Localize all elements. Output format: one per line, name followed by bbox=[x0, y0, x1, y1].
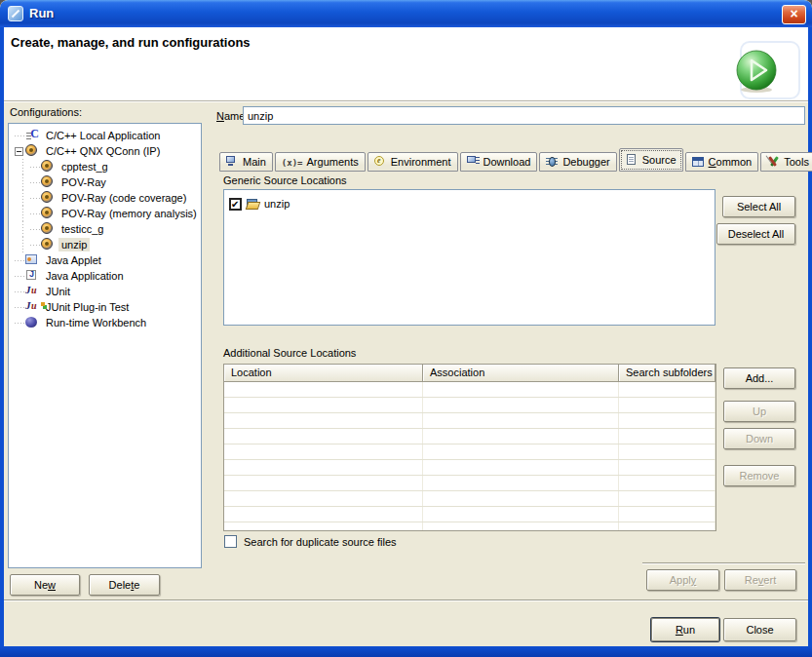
name-input[interactable] bbox=[243, 106, 805, 125]
tree-item-run-time-workbench[interactable]: Run-time Workbench bbox=[9, 315, 201, 330]
table-row[interactable] bbox=[224, 444, 715, 460]
remove-button[interactable]: Remove bbox=[723, 465, 795, 486]
close-icon: × bbox=[790, 6, 797, 21]
tree-connector bbox=[30, 198, 40, 199]
table-cell bbox=[423, 460, 619, 475]
qnx-gear-icon bbox=[41, 238, 55, 251]
apply-button[interactable]: Apply bbox=[646, 569, 719, 591]
new-button[interactable]: New bbox=[10, 574, 80, 596]
table-cell bbox=[619, 429, 715, 444]
table-row[interactable] bbox=[224, 476, 715, 491]
qnx-gear-icon bbox=[41, 207, 55, 220]
tree-indent bbox=[9, 221, 30, 237]
column-header-location[interactable]: Location bbox=[224, 365, 423, 382]
run-button[interactable]: Run bbox=[651, 618, 719, 641]
tree-item-label: C/C++ QNX QConn (IP) bbox=[43, 144, 163, 158]
tab-download[interactable]: Download bbox=[460, 152, 538, 172]
tab-source[interactable]: Source bbox=[619, 148, 683, 172]
additional-source-table[interactable]: LocationAssociationSearch subfolders bbox=[223, 364, 716, 531]
deselect-all-button[interactable]: Deselect All bbox=[716, 223, 795, 245]
delete-button[interactable]: Delete bbox=[89, 574, 160, 596]
duplicate-sources-checkbox[interactable] bbox=[224, 535, 237, 548]
tab-arguments[interactable]: Arguments bbox=[275, 152, 366, 172]
table-row[interactable] bbox=[224, 429, 715, 444]
tree-item-label: unzip bbox=[58, 238, 90, 251]
table-cell bbox=[224, 382, 423, 397]
tab-common[interactable]: Common bbox=[685, 152, 759, 172]
tree-item-c-c-local-application[interactable]: C/C++ Local Application bbox=[9, 128, 201, 143]
generic-source-item-label: unzip bbox=[264, 198, 290, 210]
apply-separator bbox=[642, 562, 805, 564]
environment-tab-icon bbox=[374, 156, 387, 168]
window-border-bottom bbox=[0, 646, 812, 657]
table-cell bbox=[619, 382, 715, 397]
tree-item-label: POV-Ray (code coverage) bbox=[58, 191, 189, 205]
table-cell bbox=[619, 522, 715, 531]
tree-item-testicc-g[interactable]: testicc_g bbox=[9, 221, 201, 237]
debugger-tab-icon bbox=[546, 156, 559, 168]
tree-item-pov-ray-code-coverage[interactable]: POV-Ray (code coverage) bbox=[9, 190, 201, 206]
select-all-button[interactable]: Select All bbox=[722, 196, 795, 217]
column-header-search-subfolders[interactable]: Search subfolders bbox=[619, 365, 715, 382]
tree-item-cpptest-g[interactable]: cpptest_g bbox=[9, 159, 201, 174]
generic-source-list[interactable]: unzip bbox=[223, 189, 715, 326]
tree-item-junit-plug-in-test[interactable]: JUnit Plug-in Test bbox=[9, 299, 201, 315]
tab-main[interactable]: Main bbox=[219, 152, 273, 172]
tab-environment[interactable]: Environment bbox=[367, 152, 458, 172]
item-checkbox[interactable] bbox=[229, 198, 242, 211]
add-button[interactable]: Add... bbox=[723, 367, 795, 389]
table-row[interactable] bbox=[224, 382, 715, 398]
folder-open-icon bbox=[245, 198, 261, 211]
tree-item-junit[interactable]: JUnit bbox=[9, 284, 201, 299]
tree-item-pov-ray-memory-analysis[interactable]: POV-Ray (memory analysis) bbox=[9, 206, 201, 221]
column-header-association[interactable]: Association bbox=[423, 365, 619, 382]
tree-item-pov-ray[interactable]: POV-Ray bbox=[9, 174, 201, 190]
tab-label: Main bbox=[243, 156, 266, 168]
tree-item-label: POV-Ray bbox=[58, 175, 109, 189]
qnx-gear-icon bbox=[41, 175, 55, 189]
tab-debugger[interactable]: Debugger bbox=[539, 152, 616, 172]
tree-item-label: Java Applet bbox=[43, 253, 104, 267]
revert-button[interactable]: Revert bbox=[724, 569, 796, 591]
table-row[interactable] bbox=[224, 491, 715, 507]
table-body bbox=[224, 382, 715, 531]
titlebar[interactable]: Run × bbox=[0, 0, 812, 27]
tree-item-java-application[interactable]: Java Application bbox=[9, 268, 201, 284]
table-row[interactable] bbox=[224, 398, 715, 413]
tree-connector bbox=[30, 213, 40, 214]
configurations-tree[interactable]: C/C++ Local ApplicationC/C++ QNX QConn (… bbox=[8, 123, 202, 568]
tree-item-label: JUnit Plug-in Test bbox=[43, 300, 132, 314]
table-cell bbox=[423, 476, 619, 490]
tree-item-unzip[interactable]: unzip bbox=[9, 237, 201, 252]
additional-source-label: Additional Source Locations bbox=[223, 347, 356, 359]
junit-icon bbox=[25, 285, 39, 298]
up-button[interactable]: Up bbox=[723, 401, 795, 422]
table-row[interactable] bbox=[224, 522, 715, 531]
tab-tools[interactable]: Tools bbox=[760, 152, 812, 172]
window-border-right bbox=[808, 27, 812, 657]
configurations-label: Configurations: bbox=[10, 106, 82, 118]
down-button[interactable]: Down bbox=[723, 428, 795, 449]
table-row[interactable] bbox=[224, 413, 715, 429]
banner: Create, manage, and run configurations bbox=[4, 27, 808, 101]
tree-connector bbox=[15, 135, 24, 136]
table-cell bbox=[619, 476, 715, 490]
table-row[interactable] bbox=[224, 507, 715, 522]
tree-item-c-c-qnx-qconn-ip[interactable]: C/C++ QNX QConn (IP) bbox=[9, 143, 201, 159]
generic-source-item-unzip[interactable]: unzip bbox=[229, 196, 715, 212]
tree-connector bbox=[15, 276, 24, 277]
tree-connector bbox=[15, 291, 24, 292]
table-cell bbox=[619, 398, 715, 412]
table-cell bbox=[224, 398, 423, 412]
collapse-toggle-icon[interactable] bbox=[15, 147, 23, 156]
table-cell bbox=[619, 444, 715, 459]
table-cell bbox=[224, 491, 423, 506]
tree-item-java-applet[interactable]: Java Applet bbox=[9, 252, 201, 268]
table-cell bbox=[619, 413, 715, 428]
table-header-row: LocationAssociationSearch subfolders bbox=[224, 365, 715, 382]
table-row[interactable] bbox=[224, 460, 715, 476]
close-window-button[interactable]: × bbox=[782, 5, 806, 24]
close-button[interactable]: Close bbox=[723, 618, 796, 641]
tools-tab-icon bbox=[767, 156, 780, 168]
tree-indent bbox=[9, 190, 30, 206]
